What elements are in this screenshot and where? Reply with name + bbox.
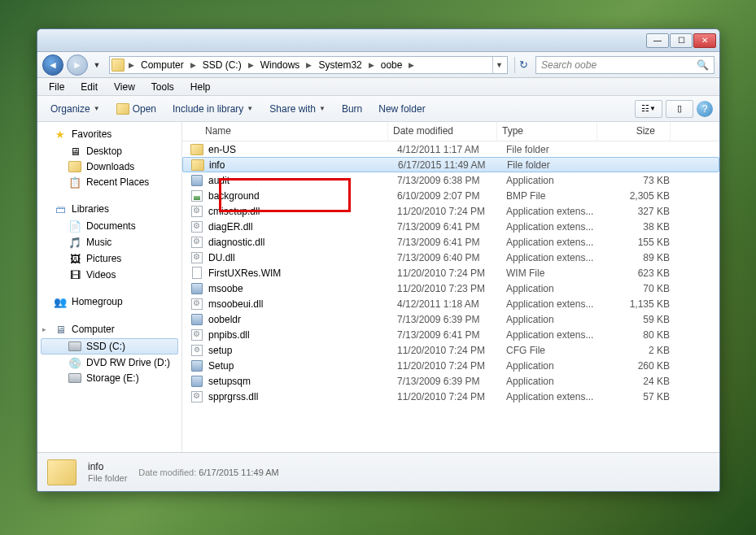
column-size[interactable]: Size — [597, 122, 671, 141]
chevron-right-icon[interactable]: ▶ — [246, 61, 256, 69]
file-date: 11/20/2010 7:23 PM — [397, 283, 506, 294]
file-type: Application extens... — [506, 329, 606, 341]
burn-button[interactable]: Burn — [335, 100, 369, 118]
chevron-right-icon[interactable]: ▶ — [188, 61, 199, 69]
file-type: CFG File — [506, 345, 606, 356]
menu-edit[interactable]: Edit — [72, 80, 106, 94]
libraries-group[interactable]: 🗃Libraries — [37, 200, 181, 218]
computer-group[interactable]: ▸🖥Computer — [37, 320, 181, 338]
file-size: 73 KB — [606, 175, 670, 186]
chevron-right-icon[interactable]: ▶ — [406, 61, 417, 69]
include-library-button[interactable]: Include in library▼ — [166, 100, 260, 118]
file-name: FirstUXRes.WIM — [208, 268, 397, 279]
file-type: Application extens... — [506, 221, 606, 233]
explorer-window: — ☐ ✕ ◄ ► ▼ ▶ Computer ▶ SSD (C:) ▶ Wind… — [37, 28, 720, 492]
nav-videos[interactable]: 🎞Videos — [37, 267, 181, 283]
menu-tools[interactable]: Tools — [143, 80, 182, 94]
file-row[interactable]: en-US4/12/2011 1:17 AMFile folder — [182, 141, 719, 157]
close-button[interactable]: ✕ — [693, 33, 716, 48]
file-row[interactable]: diagER.dll7/13/2009 6:41 PMApplication e… — [182, 219, 719, 234]
chevron-right-icon[interactable]: ▶ — [126, 61, 137, 69]
file-row[interactable]: spprgrss.dll11/20/2010 7:24 PMApplicatio… — [182, 389, 719, 404]
back-button[interactable]: ◄ — [42, 54, 63, 76]
chevron-right-icon[interactable]: ▶ — [366, 61, 377, 69]
share-button[interactable]: Share with▼ — [263, 100, 332, 118]
file-icon — [190, 328, 203, 341]
file-date: 11/20/2010 7:24 PM — [397, 268, 506, 279]
documents-icon: 📄 — [68, 220, 81, 233]
expand-icon[interactable]: ▸ — [42, 325, 46, 333]
file-size: 38 KB — [606, 221, 670, 233]
nav-documents[interactable]: 📄Documents — [37, 218, 181, 234]
minimize-button[interactable]: — — [646, 33, 669, 48]
organize-button[interactable]: Organize▼ — [44, 100, 107, 118]
file-rows[interactable]: en-US4/12/2011 1:17 AMFile folderinfo6/1… — [182, 141, 719, 452]
nav-storage-drive[interactable]: Storage (E:) — [37, 371, 181, 385]
breadcrumb-oobe[interactable]: oobe — [377, 57, 407, 73]
nav-drive-c[interactable]: SSD (C:) — [41, 338, 178, 354]
preview-pane-button[interactable]: ▯ — [666, 100, 693, 118]
search-input[interactable]: Search oobe 🔍 — [535, 56, 714, 74]
nav-music[interactable]: 🎵Music — [37, 234, 181, 250]
file-row[interactable]: pnpibs.dll7/13/2009 6:41 PMApplication e… — [182, 327, 719, 342]
maximize-button[interactable]: ☐ — [670, 33, 693, 48]
file-row[interactable]: setupsqm7/13/2009 6:39 PMApplication24 K… — [182, 373, 719, 389]
chevron-right-icon[interactable]: ▶ — [304, 61, 314, 69]
folder-icon — [116, 103, 129, 115]
file-type: Application extens... — [506, 237, 606, 248]
menu-help[interactable]: Help — [182, 80, 219, 94]
file-row[interactable]: msoobe11/20/2010 7:23 PMApplication70 KB — [182, 281, 719, 296]
folder-icon — [47, 459, 76, 485]
column-date[interactable]: Date modified — [388, 122, 497, 141]
view-options-button[interactable]: ☷ ▼ — [635, 100, 662, 118]
breadcrumb-system32[interactable]: System32 — [314, 57, 365, 73]
file-name: msoobe — [208, 283, 397, 294]
new-folder-button[interactable]: New folder — [372, 100, 431, 118]
file-row[interactable]: audit7/13/2009 6:38 PMApplication73 KB — [182, 172, 719, 188]
menu-view[interactable]: View — [106, 80, 143, 94]
file-row[interactable]: DU.dll7/13/2009 6:40 PMApplication exten… — [182, 250, 719, 265]
help-button[interactable]: ? — [697, 101, 713, 117]
file-row[interactable]: oobeldr7/13/2009 6:39 PMApplication59 KB — [182, 311, 719, 327]
breadcrumb-computer[interactable]: Computer — [137, 57, 188, 73]
nav-desktop[interactable]: 🖥Desktop — [37, 143, 181, 159]
refresh-button[interactable]: ↻ — [514, 57, 532, 73]
nav-pictures[interactable]: 🖼Pictures — [37, 250, 181, 267]
breadcrumb-windows[interactable]: Windows — [256, 57, 304, 73]
file-row[interactable]: info6/17/2015 11:49 AMFile folder — [182, 157, 719, 172]
file-row[interactable]: msoobeui.dll4/12/2011 1:18 AMApplication… — [182, 296, 719, 311]
favorites-group[interactable]: ★Favorites — [37, 125, 181, 143]
file-list-area: Name Date modified Type Size en-US4/12/2… — [182, 122, 719, 452]
nav-recent[interactable]: 📋Recent Places — [37, 174, 181, 190]
file-size: 70 KB — [606, 283, 670, 294]
file-row[interactable]: Setup11/20/2010 7:24 PMApplication260 KB — [182, 358, 719, 373]
menu-file[interactable]: File — [41, 80, 72, 94]
address-bar[interactable]: ▶ Computer ▶ SSD (C:) ▶ Windows ▶ System… — [109, 56, 508, 74]
desktop-icon: 🖥 — [68, 145, 81, 158]
file-icon — [190, 143, 203, 156]
column-name[interactable]: Name — [182, 122, 388, 141]
navigation-pane[interactable]: ★Favorites 🖥Desktop Downloads 📋Recent Pl… — [37, 122, 182, 452]
column-type[interactable]: Type — [497, 122, 597, 141]
breadcrumb-drive[interactable]: SSD (C:) — [199, 57, 246, 73]
file-name: en-US — [208, 144, 397, 155]
file-name: Setup — [208, 360, 397, 372]
history-dropdown[interactable]: ▼ — [91, 57, 103, 73]
address-dropdown[interactable]: ▼ — [492, 57, 505, 73]
nav-downloads[interactable]: Downloads — [37, 159, 181, 174]
titlebar[interactable]: — ☐ ✕ — [37, 29, 719, 52]
file-type: Application — [506, 360, 606, 372]
details-pane: info File folder Date modified: 6/17/201… — [37, 452, 719, 491]
file-row[interactable]: setup11/20/2010 7:24 PMCFG File2 KB — [182, 342, 719, 358]
nav-dvd-drive[interactable]: 💿DVD RW Drive (D:) — [37, 354, 181, 371]
homegroup[interactable]: 👥Homegroup — [37, 293, 181, 311]
open-button[interactable]: Open — [110, 100, 163, 118]
file-row[interactable]: FirstUXRes.WIM11/20/2010 7:24 PMWIM File… — [182, 265, 719, 281]
search-icon[interactable]: 🔍 — [697, 59, 709, 71]
file-row[interactable]: diagnostic.dll7/13/2009 6:41 PMApplicati… — [182, 234, 719, 250]
file-row[interactable]: background6/10/2009 2:07 PMBMP File2,305… — [182, 188, 719, 203]
dvd-icon: 💿 — [68, 356, 81, 369]
forward-button[interactable]: ► — [67, 54, 88, 76]
file-name: DU.dll — [208, 252, 397, 263]
file-row[interactable]: cmisetup.dll11/20/2010 7:24 PMApplicatio… — [182, 203, 719, 219]
